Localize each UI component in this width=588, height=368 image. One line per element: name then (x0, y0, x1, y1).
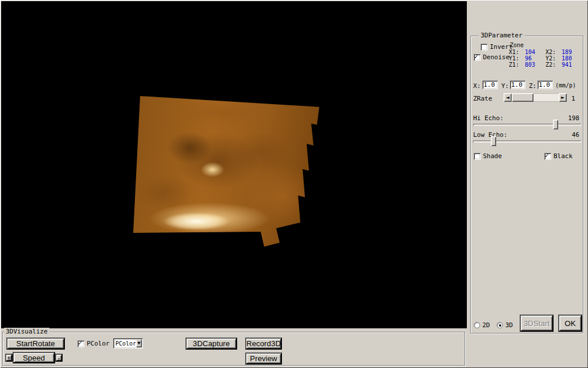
denoise-checkbox-box[interactable]: ✓ (474, 54, 481, 61)
radio-3d[interactable]: 3D (497, 321, 513, 329)
radio-3d-circle[interactable] (497, 322, 503, 328)
3dstart-button[interactable]: 3DStart (520, 315, 554, 332)
zrate-value: 1 (571, 95, 575, 102)
zone-y2-value: 180 (562, 55, 572, 62)
hi-echo-slider[interactable] (473, 124, 581, 126)
pcolor-checkbox[interactable]: ✓ PColor (78, 340, 110, 347)
hi-echo-label: Hi Echo: (473, 114, 504, 122)
parameter-group-title: 3DParameter (479, 32, 524, 39)
zone-y1-value: 96 (525, 55, 532, 62)
radio-3d-label: 3D (505, 321, 513, 329)
black-checkbox[interactable]: ✓ Black (544, 152, 572, 160)
speed-button[interactable]: Speed (13, 352, 55, 363)
zrate-label: ZRate (473, 95, 492, 102)
zone-z1-value: 803 (525, 62, 535, 68)
zrate-scroll-thumb[interactable] (512, 93, 533, 102)
arrow-right-icon: ► (561, 95, 564, 100)
chevron-down-icon: ▼ (137, 342, 140, 346)
shade-label: Shade (483, 152, 502, 160)
radio-2d-label: 2D (482, 321, 490, 329)
zrate-scrollbar[interactable]: ◄ ► (504, 93, 567, 102)
hi-echo-value: 198 (568, 114, 579, 122)
visualize-group-title: 3DVisualize (4, 328, 49, 335)
pcolor-dropdown-value: PColor (113, 340, 136, 347)
scale-x-label: X: (473, 82, 481, 90)
zone-x1-label: X1: (509, 49, 519, 55)
invert-checkbox-box[interactable] (481, 44, 488, 51)
scale-z-label: Z: (529, 82, 536, 90)
pcolor-checkbox-box[interactable]: ✓ (78, 340, 84, 347)
scale-unit-label: (mm/p) (555, 82, 576, 89)
pcolor-dropdown[interactable]: PColor ▼ (113, 338, 143, 348)
low-echo-slider[interactable] (473, 140, 581, 143)
ultrasound-volume-render (132, 95, 323, 249)
denoise-label: Denoise (483, 53, 509, 61)
parameter-groupbox: 3DParameter Invert ✓ Denoise Zone X1: 10… (470, 36, 583, 334)
app-window: 3DParameter Invert ✓ Denoise Zone X1: 10… (0, 0, 588, 368)
zone-x2-value: 189 (562, 49, 572, 55)
arrow-left-icon: ◄ (506, 95, 509, 100)
scale-x-input[interactable] (482, 80, 498, 89)
low-echo-slider-thumb[interactable] (491, 136, 496, 146)
start-rotate-button[interactable]: StartRotate (6, 338, 65, 350)
zone-panel: Zone X1: 104 X2: 189 Y1: 96 Y2: 180 Z1: … (508, 42, 582, 70)
pcolor-dropdown-arrow-button[interactable]: ▼ (136, 339, 142, 347)
check-icon: ✓ (78, 339, 82, 347)
preview-button[interactable]: Preview (245, 352, 282, 365)
radio-2d-circle[interactable] (474, 322, 480, 328)
scale-y-label: Y: (501, 82, 509, 90)
3dcapture-button[interactable]: 3DCapture (185, 338, 237, 350)
zone-title: Zone (510, 42, 524, 48)
low-echo-value: 46 (572, 131, 579, 139)
ok-button[interactable]: OK (558, 315, 582, 332)
hi-echo-slider-thumb[interactable] (553, 120, 558, 129)
shade-checkbox-box[interactable] (474, 153, 481, 160)
record3d-button[interactable]: Record3D (245, 338, 282, 350)
scale-z-input[interactable] (537, 80, 553, 89)
visualize-groupbox: 3DVisualize StartRotate ✓ PColor PColor … (2, 332, 465, 366)
zone-z1-label: Z1: (509, 62, 519, 68)
zrate-scroll-right-button[interactable]: ► (559, 93, 567, 102)
low-echo-label: Low Echo: (473, 131, 508, 139)
black-label: Black (554, 152, 572, 160)
radio-dot (499, 324, 501, 327)
speed-increase-button[interactable]: + (5, 354, 13, 362)
zone-x1-value: 104 (525, 49, 535, 55)
shade-checkbox[interactable]: Shade (474, 152, 502, 160)
zone-z2-value: 941 (562, 62, 572, 68)
pcolor-checkbox-label: PColor (87, 340, 110, 347)
zone-z2-label: Z2: (546, 62, 556, 68)
zone-y2-label: Y2: (546, 55, 556, 62)
check-icon: ✓ (474, 53, 478, 61)
zone-y1-label: Y1: (509, 55, 519, 62)
zrate-scroll-left-button[interactable]: ◄ (504, 93, 512, 102)
denoise-checkbox[interactable]: ✓ Denoise (474, 53, 509, 61)
scale-y-input[interactable] (510, 80, 525, 89)
render-viewport[interactable] (1, 1, 467, 328)
zone-x2-label: X2: (546, 49, 556, 55)
black-checkbox-box[interactable]: ✓ (544, 153, 551, 160)
check-icon: ✓ (545, 152, 549, 160)
speed-decrease-button[interactable]: - (55, 354, 63, 362)
radio-2d[interactable]: 2D (474, 321, 490, 329)
